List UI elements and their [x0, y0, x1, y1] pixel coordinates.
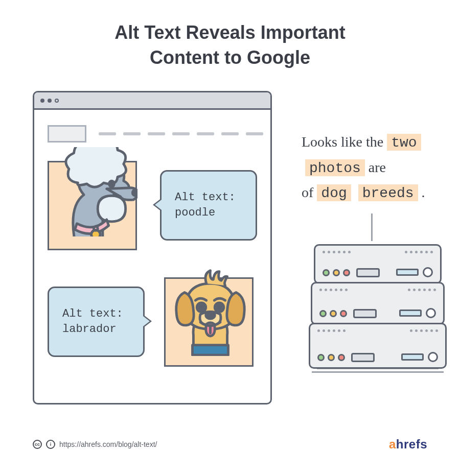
caption-text: are: [369, 159, 386, 175]
poodle-dog-icon: [48, 147, 137, 236]
highlight-word: photos: [305, 159, 365, 176]
svg-point-0: [132, 190, 137, 196]
power-knob-icon: [426, 308, 436, 318]
google-thought-caption: Looks like the two photos are of dog bre…: [302, 130, 434, 206]
server-unit: [314, 244, 442, 284]
rack-base-icon: [312, 371, 444, 373]
indicator-bar-icon: [399, 310, 422, 317]
drive-slot-icon: [353, 309, 377, 318]
browser-titlebar: [34, 92, 270, 110]
status-led-yellow-icon: [330, 310, 337, 317]
drive-slot-icon: [356, 268, 380, 277]
indicator-bar-icon: [396, 269, 419, 276]
highlight-word: dog: [317, 184, 351, 201]
diagram-stage: Alt text:poodle: [33, 91, 429, 418]
status-led-yellow-icon: [333, 269, 340, 276]
server-rack-icon: [309, 244, 447, 373]
power-knob-icon: [423, 267, 433, 277]
nav-line-icon: [99, 132, 116, 135]
image-card-labrador: [164, 277, 254, 367]
alt-text-label: Alt text:labrador: [62, 306, 123, 337]
cc-license-icon: cc: [33, 440, 42, 449]
nav-line-icon: [221, 132, 239, 135]
placeholder-nav: [99, 132, 263, 135]
footer: cc i https://ahrefs.com/blog/alt-text/ a…: [33, 437, 427, 451]
status-led-green-icon: [319, 310, 327, 317]
ahrefs-logo: ahrefs: [389, 437, 427, 451]
logo-letter: a: [389, 437, 396, 451]
labrador-dog-icon: [166, 267, 255, 356]
title-line-2: Content to Google: [150, 47, 310, 68]
highlight-word: two: [387, 134, 421, 151]
nav-line-icon: [246, 132, 263, 135]
logo-rest: hrefs: [396, 437, 427, 451]
caption-text: of: [302, 184, 317, 200]
indicator-bar-icon: [401, 353, 424, 361]
status-led-red-icon: [338, 354, 345, 361]
server-unit: [311, 282, 445, 325]
attribution: cc i https://ahrefs.com/blog/alt-text/: [33, 440, 157, 449]
traffic-light-close-icon: [40, 99, 44, 103]
caption-text: Looks like the: [302, 134, 387, 150]
nav-line-icon: [148, 132, 165, 135]
alt-text-bubble-poodle: Alt text:poodle: [160, 170, 257, 241]
alt-text-label: Alt text:poodle: [175, 190, 236, 220]
browser-body: Alt text:poodle: [34, 110, 270, 401]
placeholder-logo: [48, 125, 86, 142]
nav-line-icon: [172, 132, 190, 135]
alt-text-bubble-labrador: Alt text:labrador: [48, 287, 145, 357]
image-card-poodle: [48, 161, 137, 250]
svg-point-7: [217, 305, 222, 310]
bubble-tail-icon: [143, 315, 152, 328]
status-led-red-icon: [343, 269, 350, 276]
traffic-light-max-icon: [55, 99, 59, 103]
highlight-word: breeds: [358, 184, 418, 201]
title-line-1: Alt Text Reveals Important: [114, 22, 345, 43]
status-led-green-icon: [317, 354, 325, 361]
svg-point-8: [206, 312, 215, 319]
power-knob-icon: [428, 352, 438, 362]
svg-point-5: [199, 305, 204, 310]
status-led-red-icon: [340, 310, 347, 317]
status-led-yellow-icon: [328, 354, 335, 361]
status-led-green-icon: [323, 269, 330, 276]
source-url: https://ahrefs.com/blog/alt-text/: [59, 440, 157, 448]
nav-line-icon: [123, 132, 141, 135]
connector-line-icon: [371, 213, 373, 241]
caption-text: .: [422, 184, 425, 200]
svg-point-1: [109, 181, 114, 187]
browser-window: Alt text:poodle: [33, 91, 272, 404]
nav-line-icon: [197, 132, 214, 135]
server-unit: [309, 323, 447, 369]
cc-by-icon: i: [46, 440, 55, 449]
drive-slot-icon: [351, 353, 375, 362]
bubble-tail-icon: [153, 198, 162, 211]
page-title: Alt Text Reveals Important Content to Go…: [0, 0, 460, 70]
traffic-light-min-icon: [48, 99, 52, 103]
